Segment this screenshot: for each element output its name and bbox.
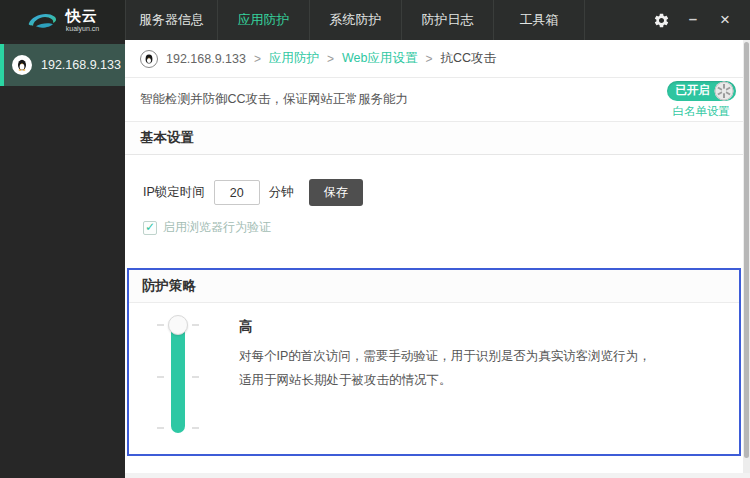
protection-policy-title: 防护策略 xyxy=(142,277,196,295)
slider-tick xyxy=(192,427,199,429)
kuaiyun-swirl-icon xyxy=(26,8,60,32)
slider-tick xyxy=(192,324,199,326)
protection-policy-panel: 防护策略 高 对每个IP的首次访问，需要手动验证，用于识别是否为真实访客浏览行为… xyxy=(127,268,741,456)
slider-tick xyxy=(192,376,199,378)
policy-level-slider xyxy=(149,313,221,443)
brand-name: 快云 xyxy=(66,8,99,23)
nav-toolbox[interactable]: 工具箱 xyxy=(493,0,585,40)
brand-domain: kuaiyun.cn xyxy=(66,25,99,32)
breadcrumb-web-app-settings[interactable]: Web应用设置 xyxy=(342,50,417,67)
breadcrumb-separator: > xyxy=(327,52,334,66)
app-logo: 快云 kuaiyun.cn xyxy=(0,0,125,40)
policy-level-name: 高 xyxy=(239,318,651,336)
slider-tick xyxy=(157,427,164,429)
basic-settings-form: IP锁定时间 分钟 保存 启用浏览器行为验证 xyxy=(125,155,750,236)
settings-gear-icon[interactable] xyxy=(652,11,670,29)
minimize-button[interactable]: – xyxy=(684,9,702,27)
slider-tick xyxy=(157,376,164,378)
breadcrumb-server: 192.168.9.133 xyxy=(166,52,246,66)
breadcrumb: 192.168.9.133 > 应用防护 > Web应用设置 > 抗CC攻击 xyxy=(125,40,750,78)
server-sidebar: 192.168.9.133 xyxy=(0,40,125,478)
window-controls: – × xyxy=(652,0,750,40)
whitelist-settings-link[interactable]: 白名单设置 xyxy=(673,104,731,119)
feature-description: 智能检测并防御CC攻击，保证网站正常服务能力 xyxy=(140,91,408,108)
close-button[interactable]: × xyxy=(716,11,734,29)
breadcrumb-app-protection[interactable]: 应用防护 xyxy=(269,50,319,67)
content-scrollbar[interactable] xyxy=(743,40,750,478)
bottom-strip xyxy=(125,473,750,478)
slider-tick xyxy=(157,324,164,326)
slider-track[interactable] xyxy=(171,321,185,433)
policy-level-description-1: 对每个IP的首次访问，需要手动验证，用于识别是否为真实访客浏览行为， xyxy=(239,344,651,368)
browser-verification-label: 启用浏览器行为验证 xyxy=(163,219,271,236)
nav-protection-logs[interactable]: 防护日志 xyxy=(401,0,493,40)
breadcrumb-anti-cc: 抗CC攻击 xyxy=(440,50,496,67)
title-bar: 快云 kuaiyun.cn 服务器信息 应用防护 系统防护 防护日志 工具箱 –… xyxy=(0,0,750,40)
nav-system-protection[interactable]: 系统防护 xyxy=(309,0,401,40)
save-button[interactable]: 保存 xyxy=(309,179,363,206)
breadcrumb-separator: > xyxy=(425,52,432,66)
ip-lock-time-input[interactable] xyxy=(214,180,260,205)
nav-server-info[interactable]: 服务器信息 xyxy=(125,0,217,40)
nav-app-protection[interactable]: 应用防护 xyxy=(217,0,309,40)
toggle-wheel-icon xyxy=(714,81,734,101)
sidebar-item-server[interactable]: 192.168.9.133 xyxy=(0,44,125,86)
minutes-unit-label: 分钟 xyxy=(269,184,294,201)
enabled-toggle-label: 已开启 xyxy=(676,83,711,98)
feature-overview-row: 智能检测并防御CC攻击，保证网站正常服务能力 已开启 白名单设置 xyxy=(125,78,750,122)
sidebar-server-label: 192.168.9.133 xyxy=(41,58,121,72)
basic-settings-title: 基本设置 xyxy=(140,129,194,147)
enabled-toggle[interactable]: 已开启 xyxy=(667,81,737,101)
protection-policy-header: 防护策略 xyxy=(129,270,739,303)
breadcrumb-separator: > xyxy=(254,52,261,66)
browser-verification-checkbox[interactable] xyxy=(143,221,157,235)
slider-handle[interactable] xyxy=(168,315,188,335)
linux-tux-icon xyxy=(12,55,32,75)
policy-level-description-2: 适用于网站长期处于被攻击的情况下。 xyxy=(239,368,651,392)
breadcrumb-tux-icon xyxy=(140,50,158,68)
main-content: 192.168.9.133 > 应用防护 > Web应用设置 > 抗CC攻击 智… xyxy=(125,40,750,478)
basic-settings-header: 基本设置 xyxy=(125,122,750,155)
scrollbar-thumb[interactable] xyxy=(744,42,749,458)
ip-lock-time-label: IP锁定时间 xyxy=(143,184,205,201)
main-nav: 服务器信息 应用防护 系统防护 防护日志 工具箱 xyxy=(125,0,585,40)
